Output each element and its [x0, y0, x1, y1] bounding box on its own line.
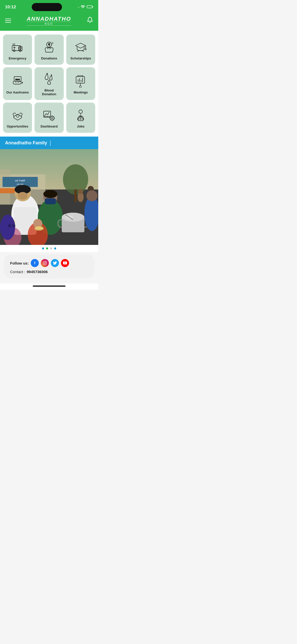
carousel-dots	[0, 245, 98, 252]
emergency-label: Emergency	[9, 56, 26, 60]
svg-point-58	[79, 110, 82, 113]
svg-line-52	[50, 119, 51, 120]
event-photo: LE T·UST ER IND	[0, 149, 98, 245]
logo-subtitle: NGO	[27, 22, 71, 26]
social-icons: f	[31, 259, 69, 267]
grid-item-opportunities[interactable]: Opportunities	[3, 103, 32, 133]
scholarships-icon	[74, 40, 87, 54]
svg-line-53	[54, 116, 54, 117]
opportunities-label: Opportunities	[7, 124, 28, 128]
svg-point-80	[18, 192, 28, 200]
opportunities-icon	[11, 108, 24, 122]
svg-point-86	[43, 190, 57, 198]
blood-donation-label: Blood Donation	[37, 88, 61, 96]
meetings-icon	[74, 74, 87, 88]
svg-rect-25	[85, 49, 86, 50]
twitter-button[interactable]	[51, 259, 59, 267]
grid-item-donations[interactable]: ₹ Donations	[35, 35, 63, 65]
svg-rect-3	[92, 6, 93, 7]
logo: ANNADHATHO NGO	[27, 16, 71, 26]
svg-point-32	[51, 75, 52, 76]
donations-label: Donations	[41, 56, 57, 60]
instagram-button[interactable]	[41, 259, 49, 267]
dot-4[interactable]	[54, 247, 56, 249]
contact-number: 9945736006	[27, 270, 48, 274]
family-banner: Annadhatho Family |	[0, 137, 98, 149]
notification-button[interactable]	[87, 17, 93, 25]
banner-divider: |	[50, 140, 51, 146]
banner-text: Annadhatho Family	[5, 140, 47, 146]
home-bar	[33, 285, 65, 287]
camera-pill	[32, 3, 62, 11]
wifi-icon	[81, 5, 85, 9]
svg-point-106	[44, 262, 46, 264]
svg-point-107	[46, 262, 46, 262]
logo-text: ANNADHATHO	[27, 16, 71, 22]
our-aashrams-label: Our Aashrams	[6, 90, 29, 94]
svg-line-19	[52, 44, 53, 44]
facebook-button[interactable]: f	[31, 259, 39, 267]
svg-point-96	[86, 190, 97, 201]
emergency-icon	[11, 40, 24, 54]
status-icons: ····	[78, 5, 93, 9]
svg-point-45	[51, 117, 53, 119]
home-indicator	[0, 283, 98, 290]
donations-icon: ₹	[42, 40, 56, 54]
battery-icon	[87, 5, 93, 9]
our-aashrams-icon: NGO	[11, 74, 24, 88]
status-time: 10:12	[5, 5, 16, 10]
svg-point-104	[35, 226, 43, 229]
svg-point-0	[83, 8, 83, 8]
grid-item-our-aashrams[interactable]: NGO Our Aashrams	[3, 67, 32, 100]
menu-grid: Emergency ₹ Donations	[0, 31, 98, 137]
jobs-label: Jobs	[77, 124, 84, 128]
grid-item-emergency[interactable]: Emergency	[3, 35, 32, 65]
svg-text:NGO: NGO	[15, 78, 20, 81]
dashboard-icon	[42, 108, 56, 122]
grid-item-jobs[interactable]: Jobs	[66, 103, 95, 133]
svg-point-39	[79, 86, 81, 88]
jobs-icon	[74, 108, 87, 122]
youtube-button[interactable]	[61, 259, 69, 267]
menu-button[interactable]	[5, 19, 11, 23]
signal-icon: ····	[78, 5, 79, 9]
meetings-label: Meetings	[74, 90, 88, 94]
svg-line-50	[50, 116, 51, 117]
svg-line-12	[13, 44, 13, 44]
svg-point-31	[47, 73, 47, 74]
grid-item-meetings[interactable]: Meetings	[66, 67, 95, 100]
dot-1[interactable]	[42, 247, 44, 249]
footer: Follow us: f Contact :	[4, 254, 94, 278]
follow-section: Follow us: f	[10, 259, 69, 267]
dashboard-label: Dashboard	[41, 124, 58, 128]
svg-rect-66	[74, 189, 77, 202]
svg-line-17	[52, 42, 53, 43]
svg-text:❀❀: ❀❀	[8, 223, 16, 228]
blood-donation-icon	[42, 72, 56, 86]
grid-item-scholarships[interactable]: Scholarships	[66, 35, 95, 65]
svg-rect-11	[13, 45, 15, 46]
svg-rect-33	[76, 77, 85, 83]
status-bar: 10:12 ····	[0, 0, 98, 13]
follow-label: Follow us:	[10, 261, 29, 265]
grid-item-blood-donation[interactable]: Blood Donation	[35, 67, 63, 100]
contact-section: Contact : 9945736006	[10, 270, 48, 274]
svg-line-14	[15, 44, 15, 44]
svg-point-74	[78, 189, 83, 194]
dot-2[interactable]	[46, 247, 48, 249]
grid-item-dashboard[interactable]: Dashboard	[35, 103, 63, 133]
svg-line-51	[54, 119, 54, 120]
svg-rect-87	[45, 198, 56, 204]
dot-3[interactable]	[50, 247, 52, 249]
scholarships-label: Scholarships	[71, 56, 91, 60]
svg-text:₹: ₹	[48, 43, 50, 47]
app-header: ANNADHATHO NGO	[0, 13, 98, 31]
svg-rect-2	[87, 6, 92, 8]
contact-label: Contact :	[10, 270, 25, 274]
svg-rect-105	[43, 261, 47, 265]
svg-text:LE T·UST: LE T·UST	[15, 179, 25, 182]
